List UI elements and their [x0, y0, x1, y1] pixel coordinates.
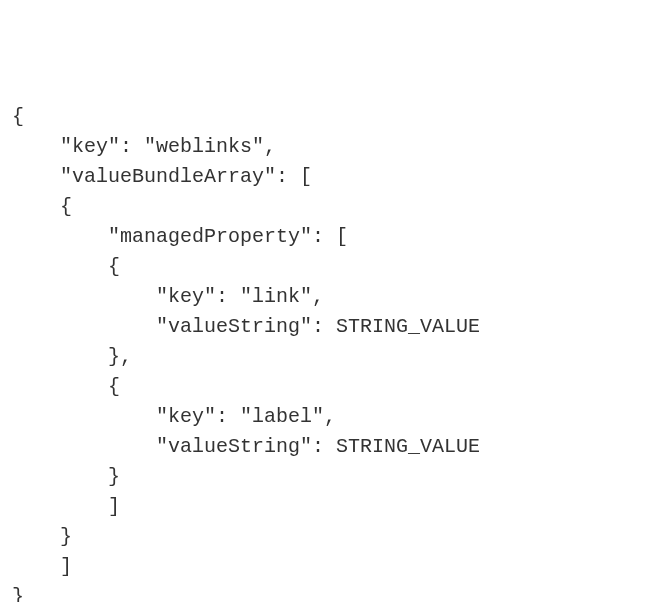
indent	[12, 225, 108, 248]
indent	[12, 135, 60, 158]
json-key: "key"	[156, 285, 216, 308]
brace-open: {	[108, 255, 120, 278]
json-key: "managedProperty"	[108, 225, 312, 248]
indent	[12, 555, 60, 578]
brace-close: }	[108, 345, 120, 368]
comma: ,	[264, 135, 276, 158]
brace-open: {	[12, 105, 24, 128]
json-key: "key"	[156, 405, 216, 428]
json-identifier: STRING_VALUE	[336, 435, 480, 458]
colon: :	[120, 135, 144, 158]
bracket-open: [	[336, 225, 348, 248]
brace-close: }	[12, 585, 24, 602]
comma: ,	[120, 345, 132, 368]
json-key: "valueBundleArray"	[60, 165, 276, 188]
indent	[12, 195, 60, 218]
json-key: "key"	[60, 135, 120, 158]
indent	[12, 465, 108, 488]
json-key: "valueString"	[156, 435, 312, 458]
json-string-value: "weblinks"	[144, 135, 264, 158]
indent	[12, 525, 60, 548]
json-string-value: "label"	[240, 405, 324, 428]
bracket-close: ]	[108, 495, 120, 518]
brace-close: }	[60, 525, 72, 548]
colon: :	[312, 225, 336, 248]
indent	[12, 375, 108, 398]
indent	[12, 255, 108, 278]
code-snippet: { "key": "weblinks", "valueBundleArray":…	[12, 102, 647, 602]
colon: :	[312, 315, 336, 338]
json-string-value: "link"	[240, 285, 312, 308]
indent	[12, 285, 156, 308]
colon: :	[216, 405, 240, 428]
json-key: "valueString"	[156, 315, 312, 338]
colon: :	[216, 285, 240, 308]
indent	[12, 495, 108, 518]
indent	[12, 435, 156, 458]
colon: :	[312, 435, 336, 458]
bracket-open: [	[300, 165, 312, 188]
colon: :	[276, 165, 300, 188]
bracket-close: ]	[60, 555, 72, 578]
brace-open: {	[108, 375, 120, 398]
brace-close: }	[108, 465, 120, 488]
brace-open: {	[60, 195, 72, 218]
indent	[12, 345, 108, 368]
comma: ,	[324, 405, 336, 428]
indent	[12, 165, 60, 188]
comma: ,	[312, 285, 324, 308]
indent	[12, 405, 156, 428]
indent	[12, 315, 156, 338]
json-identifier: STRING_VALUE	[336, 315, 480, 338]
